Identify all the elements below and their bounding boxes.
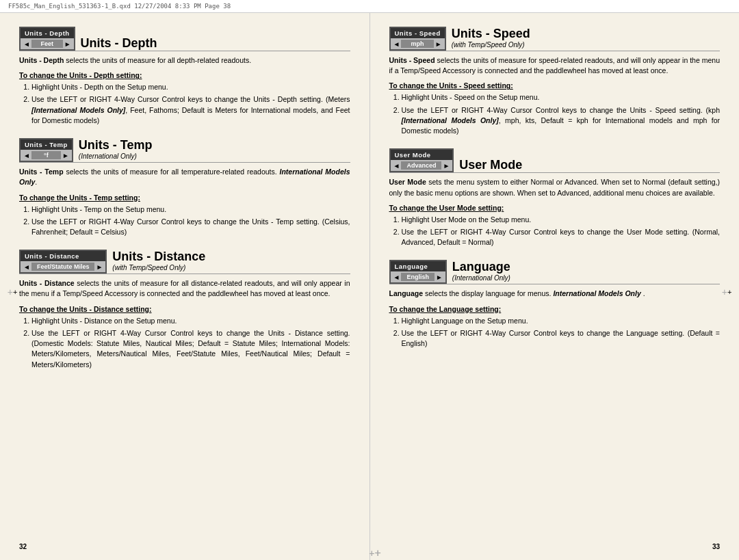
units-speed-desc: Units - Speed selects the units of measu… [389,55,721,76]
user-mode-arrow-right[interactable]: ► [443,162,450,170]
units-temp-arrow-left[interactable]: ◄ [23,152,30,159]
top-bar: FF585c_Man_English_531363-1_B.qxd 12/27/… [0,0,739,13]
units-temp-arrow-right[interactable]: ► [62,152,69,159]
page-right: + Units - Speed ◄ mph ► Units - Speed ( [370,13,740,560]
units-distance-arrow-left[interactable]: ◄ [23,263,30,271]
crosshair-left-mid: + [7,286,18,297]
language-arrow-left[interactable]: ◄ [393,274,400,281]
units-temp-heading: Units - Temp [79,138,153,152]
language-rule [389,284,721,284]
units-speed-widget: Units - Speed ◄ mph ► [389,27,446,51]
units-distance-value: Feet/Statute Miles [31,263,95,271]
units-depth-desc: Units - Depth selects the units of measu… [19,55,350,66]
units-speed-step-2: Use the LEFT or RIGHT 4-Way Cursor Contr… [402,105,721,137]
units-speed-desc-normal: selects the units of measure for speed-r… [389,56,721,75]
language-step-1: Highlight Language on the Setup menu. [402,316,721,326]
units-speed-subheading: (with Temp/Speed Only) [452,41,530,49]
units-distance-desc-bold: Units - Distance [19,279,75,287]
units-speed-to-change: To change the Units - Speed setting: [389,81,721,90]
crosshair-right-mid: + [721,286,732,297]
units-distance-to-change: To change the Units - Distance setting: [19,305,350,313]
page-number-left: 32 [19,543,27,550]
units-temp-desc: Units - Temp selects the units of measur… [19,167,350,187]
units-temp-header-row: Units - Temp ◄ °f ► Units - Temp (Intern… [19,138,350,162]
units-distance-widget-control[interactable]: ◄ Feet/Statute Miles ► [21,261,105,272]
language-value: English [401,273,435,281]
units-speed-arrow-left[interactable]: ◄ [393,40,400,48]
crosshair-bottom-right: + [370,548,380,559]
language-desc-int: International Models Only [553,289,640,297]
units-temp-subheading: (International Only) [79,152,153,160]
user-mode-desc-bold: User Mode [389,178,426,186]
units-depth-heading: Units - Depth [81,36,157,51]
top-bar-text: FF585c_Man_English_531363-1_B.qxd 12/27/… [8,3,231,10]
units-depth-arrow-left[interactable]: ◄ [23,40,30,48]
units-speed-arrow-right[interactable]: ► [435,40,442,48]
section-units-distance: Units - Distance ◄ Feet/Statute Miles ► … [19,250,350,370]
units-temp-heading-col: Units - Temp (International Only) [79,138,153,162]
units-depth-widget-title: Units - Depth [21,28,74,38]
user-mode-value: Advanced [401,161,441,170]
section-user-mode: User Mode ◄ Advanced ► User Mode User Mo… [389,148,721,248]
user-mode-desc: User Mode sets the menu system to either… [389,177,721,198]
user-mode-heading: User Mode [459,158,522,172]
page-container: FF585c_Man_English_531363-1_B.qxd 12/27/… [0,0,739,560]
units-distance-widget-title: Units - Distance [21,251,105,261]
section-units-depth: Units - Depth ◄ Feet ► Units - Depth Uni… [19,27,350,126]
language-desc-normal: selects the display language for menus. [425,289,553,297]
units-depth-desc-bold: Units - Depth [19,56,64,64]
user-mode-rule [389,172,721,173]
units-depth-steps: Highlight Units - Depth on the Setup men… [19,82,350,126]
units-speed-heading-col: Units - Speed (with Temp/Speed Only) [452,27,530,51]
units-depth-widget: Units - Depth ◄ Feet ► [19,27,75,51]
language-heading: Language [452,260,510,274]
language-widget: Language ◄ English ► [389,260,447,284]
units-distance-widget: Units - Distance ◄ Feet/Statute Miles ► [19,250,107,274]
language-widget-title: Language [391,261,445,271]
user-mode-steps: Highlight User Mode on the Setup menu. U… [389,215,721,248]
language-header-row: Language ◄ English ► Language (Internati… [389,260,721,284]
units-speed-header-row: Units - Speed ◄ mph ► Units - Speed (wit… [389,27,721,51]
user-mode-arrow-left[interactable]: ◄ [393,162,400,170]
language-widget-control[interactable]: ◄ English ► [391,271,445,282]
units-temp-steps: Highlight Units - Temp on the Setup menu… [19,204,350,238]
units-depth-widget-control[interactable]: ◄ Feet ► [21,38,74,49]
units-distance-heading: Units - Distance [112,250,205,264]
units-distance-step-1: Highlight Units - Distance on the Setup … [31,316,350,326]
user-mode-widget-control[interactable]: ◄ Advanced ► [391,160,453,171]
language-desc-dot: . [643,289,645,297]
units-temp-step-2: Use the LEFT or RIGHT 4-Way Cursor Contr… [31,217,350,237]
units-speed-step-1: Highlight Units - Speed on the Setup men… [402,92,721,103]
units-depth-step-1: Highlight Units - Depth on the Setup men… [31,82,350,92]
user-mode-widget: User Mode ◄ Advanced ► [389,148,454,172]
page-number-right: 33 [712,543,720,550]
language-steps: Highlight Language on the Setup menu. Us… [389,316,721,349]
units-depth-desc-normal: selects the units of measure for all dep… [66,56,251,64]
section-units-temp: Units - Temp ◄ °f ► Units - Temp (Intern… [19,138,350,237]
units-depth-rule [19,51,350,51]
user-mode-desc-normal: sets the menu system to either Normal or… [389,178,721,196]
language-to-change: To change the Language setting: [389,305,721,313]
section-language: Language ◄ English ► Language (Internati… [389,260,721,349]
language-desc: Language selects the display language fo… [389,289,721,299]
units-depth-to-change: To change the Units - Depth setting: [19,71,350,79]
units-speed-rule [389,51,721,51]
units-temp-rule [19,162,350,163]
units-speed-widget-control[interactable]: ◄ mph ► [391,38,445,49]
units-depth-arrow-right[interactable]: ► [64,40,71,48]
units-speed-heading: Units - Speed [452,27,530,41]
user-mode-step-1: Highlight User Mode on the Setup menu. [402,215,721,225]
user-mode-widget-title: User Mode [391,150,453,160]
units-distance-step-2: Use the LEFT or RIGHT 4-Way Cursor Contr… [31,328,350,370]
section-units-speed: Units - Speed ◄ mph ► Units - Speed (wit… [389,27,721,136]
units-depth-header-row: Units - Depth ◄ Feet ► Units - Depth [19,27,350,51]
units-distance-arrow-right[interactable]: ► [96,263,103,271]
units-distance-heading-col: Units - Distance (with Temp/Speed Only) [112,250,205,274]
user-mode-to-change: To change the User Mode setting: [389,204,721,212]
user-mode-step-2: Use the LEFT or RIGHT 4-Way Cursor Contr… [402,227,721,248]
units-distance-steps: Highlight Units - Distance on the Setup … [19,316,350,370]
units-temp-desc-bold: Units - Temp [19,168,64,176]
units-temp-widget-control[interactable]: ◄ °f ► [21,150,72,161]
language-arrow-right[interactable]: ► [436,274,443,281]
language-step-2: Use the LEFT or RIGHT 4-Way Cursor Contr… [402,328,721,349]
